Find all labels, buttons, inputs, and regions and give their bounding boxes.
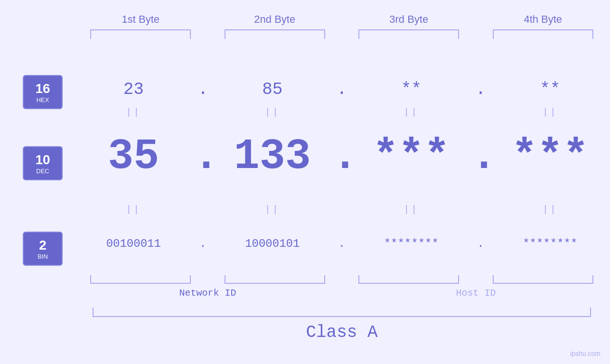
main-container: 1st Byte 2nd Byte 3rd Byte 4th Byte 16 H…	[0, 0, 610, 364]
eq-2-3: ||	[351, 204, 471, 215]
bot-bracket-3	[358, 275, 459, 284]
dec-badge: 10 DEC	[23, 146, 63, 180]
eq-1-2: ||	[213, 107, 333, 118]
dec-badge-number: 10	[35, 152, 50, 168]
top-bracket-1	[90, 29, 191, 39]
dec-value-4: ***	[490, 135, 610, 178]
hex-sep-3: .	[471, 80, 490, 99]
eq-1-3: ||	[351, 107, 471, 118]
host-id-label: Host ID	[342, 288, 610, 299]
byte-header-4: 4th Byte	[476, 13, 610, 26]
large-bottom-bracket	[93, 308, 591, 317]
network-id-label: Network ID	[74, 288, 342, 299]
byte-header-3: 3rd Byte	[342, 13, 476, 26]
dec-row: 35 . 133 . *** . ***	[74, 135, 610, 178]
bin-sep-1: .	[194, 237, 213, 250]
dec-badge-label: DEC	[36, 168, 49, 175]
bin-sep-3: .	[471, 237, 490, 250]
hex-value-2: 85	[213, 80, 333, 99]
top-brackets	[74, 29, 610, 39]
eq-2-1: ||	[74, 204, 194, 215]
bot-bracket-4	[493, 275, 593, 284]
bin-badge-number: 2	[39, 238, 47, 253]
top-bracket-cell-3	[342, 29, 476, 39]
byte-header-2: 2nd Byte	[208, 13, 342, 26]
hex-sep-1: .	[194, 80, 213, 99]
dec-sep-2: .	[332, 135, 351, 178]
bottom-brackets	[74, 275, 610, 284]
eq-2-2: ||	[213, 204, 333, 215]
bin-badge-label: BIN	[38, 253, 48, 260]
equals-row-1: || || || ||	[74, 107, 610, 118]
id-labels-row: Network ID Host ID	[74, 288, 610, 299]
hex-sep-2: .	[332, 80, 351, 99]
dec-sep-3: .	[471, 135, 490, 178]
bot-bracket-cell-1	[74, 275, 208, 284]
byte-headers: 1st Byte 2nd Byte 3rd Byte 4th Byte	[74, 13, 610, 26]
hex-badge-number: 16	[35, 81, 50, 96]
eq-1-4: ||	[490, 107, 610, 118]
eq-2-4: ||	[490, 204, 610, 215]
top-bracket-3	[358, 29, 459, 39]
bot-bracket-cell-3	[342, 275, 476, 284]
hex-row: 23 . 85 . ** . **	[74, 80, 610, 99]
top-bracket-4	[493, 29, 593, 39]
top-bracket-cell-1	[74, 29, 208, 39]
hex-value-4: **	[490, 80, 610, 99]
dec-value-3: ***	[351, 135, 471, 178]
hex-value-3: **	[351, 80, 471, 99]
hex-value-1: 23	[74, 80, 194, 99]
bin-sep-2: .	[332, 237, 351, 250]
bot-bracket-2	[225, 275, 325, 284]
hex-badge-label: HEX	[37, 96, 49, 103]
watermark: ipshu.com	[570, 350, 601, 357]
bin-value-1: 00100011	[74, 237, 194, 250]
hex-badge: 16 HEX	[23, 75, 63, 109]
eq-1-1: ||	[74, 107, 194, 118]
top-bracket-2	[225, 29, 325, 39]
top-bracket-cell-2	[208, 29, 342, 39]
class-label: Class A	[74, 323, 610, 342]
bot-bracket-cell-4	[476, 275, 610, 284]
dec-sep-1: .	[194, 135, 213, 178]
dec-value-1: 35	[74, 135, 194, 178]
byte-header-1: 1st Byte	[74, 13, 208, 26]
equals-row-2: || || || ||	[74, 204, 610, 215]
top-bracket-cell-4	[476, 29, 610, 39]
dec-value-2: 133	[213, 135, 333, 178]
bin-badge: 2 BIN	[23, 232, 63, 266]
bin-value-2: 10000101	[213, 237, 333, 250]
bin-value-3: ********	[351, 237, 471, 250]
bot-bracket-1	[90, 275, 191, 284]
bin-value-4: ********	[490, 237, 610, 250]
bot-bracket-cell-2	[208, 275, 342, 284]
bin-row: 00100011 . 10000101 . ******** . *******…	[74, 237, 610, 250]
